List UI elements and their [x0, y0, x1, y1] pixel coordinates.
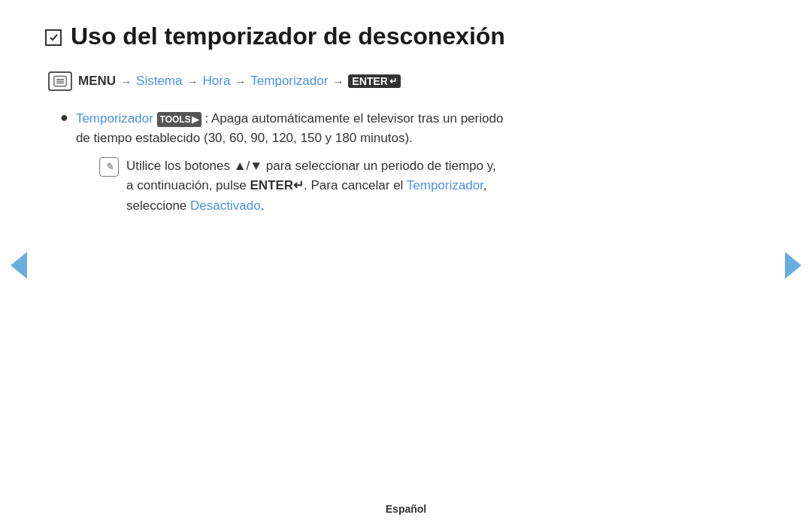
note-enter-symbol: ↵ [293, 178, 304, 192]
note-line2-prefix: a continuación, pulse [126, 178, 250, 192]
note-line3-suffix: . [261, 198, 265, 213]
note-icon: ✎ [99, 157, 119, 177]
bullet-dot: ● [60, 110, 68, 126]
note-line3-prefix: seleccione [126, 198, 190, 213]
footer: Español [0, 503, 812, 515]
note-temporizador-link: Temporizador [407, 178, 483, 192]
bullet-keyword: Temporizador [76, 111, 153, 126]
note-line2-mid: . Para cancelar el [304, 178, 407, 192]
bullet-text: Temporizador TOOLS▶ : Apaga automáticame… [76, 109, 504, 147]
breadcrumb-arrow-4: → [332, 75, 344, 88]
main-content: Uso del temporizador de desconexión MENU… [0, 0, 812, 238]
breadcrumb-menu-label: MENU [78, 74, 116, 89]
note-desactivado-link: Desactivado [190, 198, 261, 213]
breadcrumb-arrow-2: → [186, 75, 198, 88]
note-line2-suffix: , [483, 178, 487, 192]
nav-left-button[interactable] [11, 252, 27, 279]
page-title: Uso del temporizador de desconexión [71, 23, 505, 50]
bullet-item: ● Temporizador TOOLS▶ : Apaga automática… [60, 109, 752, 147]
page-title-row: Uso del temporizador de desconexión [45, 23, 752, 50]
breadcrumb-arrow-1: → [120, 75, 132, 88]
bullet-text1: : Apaga automáticamente el televisor tra… [205, 111, 503, 126]
breadcrumb: MENU → Sistema → Hora → Temporizador → E… [48, 71, 752, 91]
note-text: Utilice los botones ▲/▼ para seleccionar… [126, 156, 496, 216]
enter-badge: ENTER↵ [348, 74, 400, 88]
bullet-section: ● Temporizador TOOLS▶ : Apaga automática… [60, 109, 752, 216]
bullet-text2: de tiempo establecido (30, 60, 90, 120, … [76, 131, 413, 145]
note-enter-label: ENTER [250, 178, 293, 192]
note-section: ✎ Utilice los botones ▲/▼ para seleccion… [99, 156, 752, 216]
enter-label: ENTER [352, 75, 387, 87]
footer-language: Español [386, 503, 426, 515]
menu-icon [48, 71, 72, 91]
note-item: ✎ Utilice los botones ▲/▼ para seleccion… [99, 156, 752, 216]
breadcrumb-hora[interactable]: Hora [202, 74, 230, 89]
breadcrumb-arrow-3: → [235, 75, 246, 88]
nav-right-button[interactable] [785, 252, 801, 279]
tools-badge: TOOLS▶ [157, 112, 201, 127]
breadcrumb-sistema[interactable]: Sistema [136, 74, 182, 89]
tools-label: TOOLS [160, 113, 191, 126]
breadcrumb-temporizador[interactable]: Temporizador [250, 74, 328, 89]
checkbox-icon [45, 29, 62, 46]
note-line1: Utilice los botones ▲/▼ para seleccionar… [126, 159, 496, 173]
